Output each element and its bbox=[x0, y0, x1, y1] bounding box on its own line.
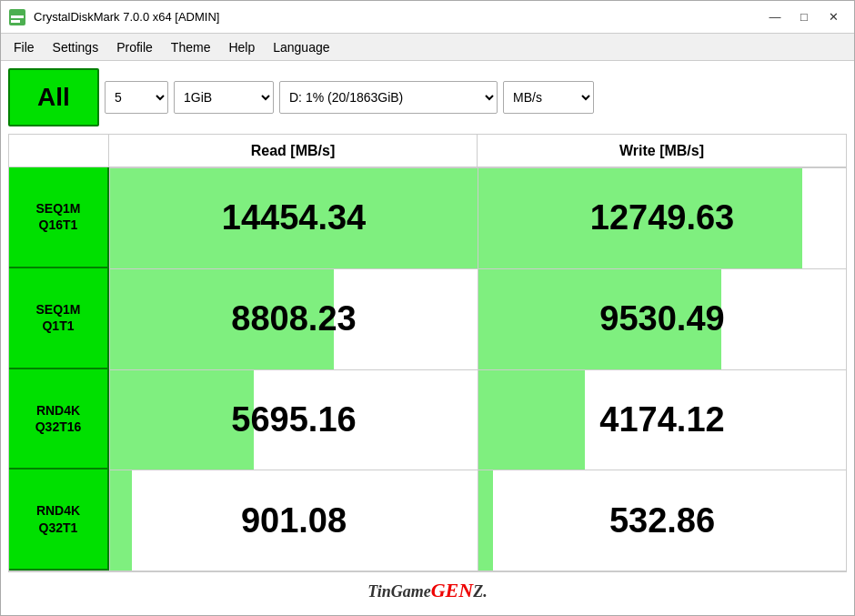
read-rnd4k-q32t1: 901.08 bbox=[109, 470, 478, 571]
menu-language[interactable]: Language bbox=[264, 36, 338, 58]
menu-profile[interactable]: Profile bbox=[107, 36, 162, 58]
menu-settings[interactable]: Settings bbox=[44, 36, 108, 58]
close-button[interactable]: ✕ bbox=[820, 6, 847, 28]
label-rnd4k-q32t16: RND4K Q32T16 bbox=[9, 369, 109, 470]
main-content: All 5 1 3 9 1GiB 512MiB 256MiB 4GiB D: 1… bbox=[1, 61, 854, 615]
label-rnd4k-q32t1: RND4K Q32T1 bbox=[9, 470, 109, 571]
label-seq1m-q1t1: SEQ1M Q1T1 bbox=[9, 268, 109, 369]
write-rnd4k-q32t16: 4174.12 bbox=[478, 369, 846, 470]
label-seq1m-q16t1: SEQ1M Q16T1 bbox=[9, 167, 109, 268]
watermark: TinGameGENZ. bbox=[367, 579, 487, 602]
data-grid: Read [MB/s] Write [MB/s] SEQ1M Q16T1 144… bbox=[8, 134, 847, 571]
title-bar: CrystalDiskMark 7.0.0 x64 [ADMIN] — □ ✕ bbox=[1, 1, 854, 34]
write-rnd4k-q32t1: 532.86 bbox=[478, 470, 846, 571]
minimize-button[interactable]: — bbox=[761, 6, 789, 28]
read-seq1m-q1t1: 8808.23 bbox=[109, 268, 478, 369]
menu-file[interactable]: File bbox=[5, 36, 44, 58]
header-read: Read [MB/s] bbox=[109, 135, 478, 167]
bottom-bar: TinGameGENZ. bbox=[8, 571, 847, 608]
unit-select[interactable]: MB/s GB/s IOPS μs bbox=[503, 81, 594, 114]
read-rnd4k-q32t16: 5695.16 bbox=[109, 369, 478, 470]
write-seq1m-q1t1: 9530.49 bbox=[478, 268, 846, 369]
count-select[interactable]: 5 1 3 9 bbox=[105, 81, 168, 114]
grid-header-empty bbox=[9, 135, 109, 167]
size-select[interactable]: 1GiB 512MiB 256MiB 4GiB bbox=[174, 81, 274, 114]
watermark-after: Z. bbox=[473, 582, 488, 601]
crystaldiskmark-icon bbox=[8, 8, 26, 26]
header-write: Write [MB/s] bbox=[478, 135, 846, 167]
menu-bar: File Settings Profile Theme Help Languag… bbox=[1, 34, 854, 61]
window-controls: — □ ✕ bbox=[761, 6, 847, 28]
main-window: CrystalDiskMark 7.0.0 x64 [ADMIN] — □ ✕ … bbox=[0, 0, 855, 616]
all-button[interactable]: All bbox=[8, 68, 99, 126]
write-seq1m-q16t1: 12749.63 bbox=[478, 167, 846, 268]
watermark-gen: GEN bbox=[431, 579, 473, 601]
window-title: CrystalDiskMark 7.0.0 x64 [ADMIN] bbox=[34, 10, 761, 24]
svg-rect-1 bbox=[11, 15, 24, 18]
drive-select[interactable]: D: 1% (20/1863GiB) C: [SSD] bbox=[279, 81, 498, 114]
read-seq1m-q16t1: 14454.34 bbox=[109, 167, 478, 268]
menu-theme[interactable]: Theme bbox=[162, 36, 220, 58]
controls-row: All 5 1 3 9 1GiB 512MiB 256MiB 4GiB D: 1… bbox=[8, 68, 847, 126]
maximize-button[interactable]: □ bbox=[790, 6, 818, 28]
svg-rect-2 bbox=[11, 20, 20, 23]
menu-help[interactable]: Help bbox=[219, 36, 264, 58]
watermark-before: TinGame bbox=[367, 582, 430, 601]
